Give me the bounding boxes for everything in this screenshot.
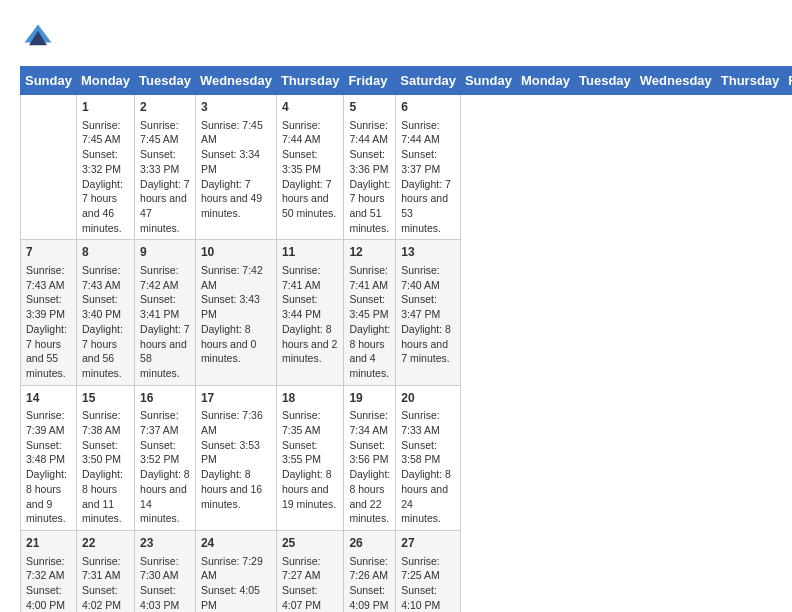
day-info: Sunrise: 7:41 AMSunset: 3:44 PMDaylight:… [282,263,339,366]
col-header-sunday: Sunday [21,67,77,95]
day-number: 5 [349,99,390,116]
day-number: 12 [349,244,390,261]
calendar-cell: 2Sunrise: 7:45 AMSunset: 3:33 PMDaylight… [135,95,196,240]
day-info: Sunrise: 7:45 AMSunset: 3:32 PMDaylight:… [82,118,129,236]
col-header-saturday: Saturday [396,67,461,95]
day-number: 16 [140,390,190,407]
calendar-cell: 5Sunrise: 7:44 AMSunset: 3:36 PMDaylight… [344,95,396,240]
calendar-cell [21,95,77,240]
day-info: Sunrise: 7:27 AMSunset: 4:07 PMDaylight:… [282,554,339,612]
day-info: Sunrise: 7:43 AMSunset: 3:40 PMDaylight:… [82,263,129,381]
calendar-table: SundayMondayTuesdayWednesdayThursdayFrid… [20,66,792,612]
day-number: 24 [201,535,271,552]
calendar-header-row: SundayMondayTuesdayWednesdayThursdayFrid… [21,67,793,95]
calendar-cell: 15Sunrise: 7:38 AMSunset: 3:50 PMDayligh… [76,385,134,530]
day-info: Sunrise: 7:40 AMSunset: 3:47 PMDaylight:… [401,263,455,366]
calendar-cell: 24Sunrise: 7:29 AMSunset: 4:05 PMDayligh… [195,530,276,612]
calendar-cell: 3Sunrise: 7:45 AMSunset: 3:34 PMDaylight… [195,95,276,240]
calendar-cell: 14Sunrise: 7:39 AMSunset: 3:48 PMDayligh… [21,385,77,530]
day-info: Sunrise: 7:32 AMSunset: 4:00 PMDaylight:… [26,554,71,612]
col-header-friday: Friday [344,67,396,95]
day-info: Sunrise: 7:44 AMSunset: 3:36 PMDaylight:… [349,118,390,236]
col-header-friday: Friday [784,67,792,95]
calendar-week-0: 1Sunrise: 7:45 AMSunset: 3:32 PMDaylight… [21,95,793,240]
day-number: 21 [26,535,71,552]
col-header-monday: Monday [76,67,134,95]
day-number: 10 [201,244,271,261]
day-number: 8 [82,244,129,261]
col-header-thursday: Thursday [276,67,344,95]
day-number: 26 [349,535,390,552]
calendar-cell: 4Sunrise: 7:44 AMSunset: 3:35 PMDaylight… [276,95,344,240]
calendar-cell: 12Sunrise: 7:41 AMSunset: 3:45 PMDayligh… [344,240,396,385]
calendar-cell: 25Sunrise: 7:27 AMSunset: 4:07 PMDayligh… [276,530,344,612]
calendar-cell: 17Sunrise: 7:36 AMSunset: 3:53 PMDayligh… [195,385,276,530]
calendar-cell: 23Sunrise: 7:30 AMSunset: 4:03 PMDayligh… [135,530,196,612]
day-info: Sunrise: 7:33 AMSunset: 3:58 PMDaylight:… [401,408,455,526]
day-info: Sunrise: 7:26 AMSunset: 4:09 PMDaylight:… [349,554,390,612]
calendar-cell: 6Sunrise: 7:44 AMSunset: 3:37 PMDaylight… [396,95,461,240]
day-info: Sunrise: 7:34 AMSunset: 3:56 PMDaylight:… [349,408,390,526]
calendar-cell: 20Sunrise: 7:33 AMSunset: 3:58 PMDayligh… [396,385,461,530]
day-info: Sunrise: 7:31 AMSunset: 4:02 PMDaylight:… [82,554,129,612]
col-header-monday: Monday [516,67,574,95]
calendar-cell: 26Sunrise: 7:26 AMSunset: 4:09 PMDayligh… [344,530,396,612]
day-info: Sunrise: 7:44 AMSunset: 3:35 PMDaylight:… [282,118,339,221]
col-header-wednesday: Wednesday [195,67,276,95]
day-number: 4 [282,99,339,116]
logo-icon [20,20,56,56]
day-number: 6 [401,99,455,116]
col-header-tuesday: Tuesday [135,67,196,95]
day-number: 2 [140,99,190,116]
day-info: Sunrise: 7:25 AMSunset: 4:10 PMDaylight:… [401,554,455,612]
calendar-cell: 10Sunrise: 7:42 AMSunset: 3:43 PMDayligh… [195,240,276,385]
calendar-cell: 8Sunrise: 7:43 AMSunset: 3:40 PMDaylight… [76,240,134,385]
calendar-cell: 1Sunrise: 7:45 AMSunset: 3:32 PMDaylight… [76,95,134,240]
day-number: 17 [201,390,271,407]
col-header-sunday: Sunday [460,67,516,95]
col-header-thursday: Thursday [716,67,784,95]
page-header [20,20,772,56]
col-header-wednesday: Wednesday [635,67,716,95]
day-number: 25 [282,535,339,552]
day-number: 15 [82,390,129,407]
day-info: Sunrise: 7:42 AMSunset: 3:41 PMDaylight:… [140,263,190,381]
day-number: 27 [401,535,455,552]
day-number: 23 [140,535,190,552]
day-info: Sunrise: 7:41 AMSunset: 3:45 PMDaylight:… [349,263,390,381]
calendar-cell: 22Sunrise: 7:31 AMSunset: 4:02 PMDayligh… [76,530,134,612]
calendar-week-1: 7Sunrise: 7:43 AMSunset: 3:39 PMDaylight… [21,240,793,385]
col-header-tuesday: Tuesday [575,67,636,95]
day-number: 14 [26,390,71,407]
calendar-cell: 11Sunrise: 7:41 AMSunset: 3:44 PMDayligh… [276,240,344,385]
day-number: 7 [26,244,71,261]
day-info: Sunrise: 7:42 AMSunset: 3:43 PMDaylight:… [201,263,271,366]
calendar-cell: 21Sunrise: 7:32 AMSunset: 4:00 PMDayligh… [21,530,77,612]
day-info: Sunrise: 7:45 AMSunset: 3:34 PMDaylight:… [201,118,271,221]
day-info: Sunrise: 7:36 AMSunset: 3:53 PMDaylight:… [201,408,271,511]
day-number: 19 [349,390,390,407]
calendar-cell: 19Sunrise: 7:34 AMSunset: 3:56 PMDayligh… [344,385,396,530]
day-info: Sunrise: 7:29 AMSunset: 4:05 PMDaylight:… [201,554,271,612]
day-info: Sunrise: 7:35 AMSunset: 3:55 PMDaylight:… [282,408,339,511]
calendar-cell: 7Sunrise: 7:43 AMSunset: 3:39 PMDaylight… [21,240,77,385]
calendar-cell: 18Sunrise: 7:35 AMSunset: 3:55 PMDayligh… [276,385,344,530]
day-info: Sunrise: 7:44 AMSunset: 3:37 PMDaylight:… [401,118,455,236]
day-number: 1 [82,99,129,116]
day-number: 20 [401,390,455,407]
day-info: Sunrise: 7:45 AMSunset: 3:33 PMDaylight:… [140,118,190,236]
day-number: 11 [282,244,339,261]
day-number: 3 [201,99,271,116]
calendar-week-3: 21Sunrise: 7:32 AMSunset: 4:00 PMDayligh… [21,530,793,612]
calendar-cell: 13Sunrise: 7:40 AMSunset: 3:47 PMDayligh… [396,240,461,385]
calendar-cell: 16Sunrise: 7:37 AMSunset: 3:52 PMDayligh… [135,385,196,530]
day-info: Sunrise: 7:43 AMSunset: 3:39 PMDaylight:… [26,263,71,381]
day-number: 22 [82,535,129,552]
calendar-week-2: 14Sunrise: 7:39 AMSunset: 3:48 PMDayligh… [21,385,793,530]
day-info: Sunrise: 7:30 AMSunset: 4:03 PMDaylight:… [140,554,190,612]
calendar-cell: 9Sunrise: 7:42 AMSunset: 3:41 PMDaylight… [135,240,196,385]
day-number: 9 [140,244,190,261]
day-number: 13 [401,244,455,261]
day-info: Sunrise: 7:37 AMSunset: 3:52 PMDaylight:… [140,408,190,526]
calendar-cell: 27Sunrise: 7:25 AMSunset: 4:10 PMDayligh… [396,530,461,612]
